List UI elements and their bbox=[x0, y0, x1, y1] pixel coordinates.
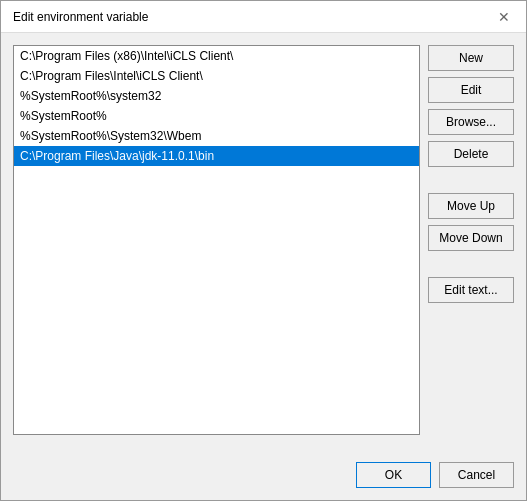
dialog-footer: OK Cancel bbox=[1, 454, 526, 500]
edit-button[interactable]: Edit bbox=[428, 77, 514, 103]
move-down-button[interactable]: Move Down bbox=[428, 225, 514, 251]
delete-button[interactable]: Delete bbox=[428, 141, 514, 167]
title-bar: Edit environment variable ✕ bbox=[1, 1, 526, 33]
spacer1 bbox=[428, 173, 514, 187]
cancel-button[interactable]: Cancel bbox=[439, 462, 514, 488]
new-button[interactable]: New bbox=[428, 45, 514, 71]
buttons-panel: New Edit Browse... Delete Move Up Move D… bbox=[428, 45, 514, 442]
edit-text-button[interactable]: Edit text... bbox=[428, 277, 514, 303]
list-item[interactable]: C:\Program Files (x86)\Intel\iCLS Client… bbox=[14, 46, 419, 66]
spacer2 bbox=[428, 257, 514, 271]
list-item[interactable]: %SystemRoot% bbox=[14, 106, 419, 126]
close-button[interactable]: ✕ bbox=[494, 7, 514, 27]
env-var-list[interactable]: C:\Program Files (x86)\Intel\iCLS Client… bbox=[13, 45, 420, 435]
list-item[interactable]: %SystemRoot%\System32\Wbem bbox=[14, 126, 419, 146]
browse-button[interactable]: Browse... bbox=[428, 109, 514, 135]
list-item[interactable]: C:\Program Files\Java\jdk-11.0.1\bin bbox=[14, 146, 419, 166]
list-item[interactable]: C:\Program Files\Intel\iCLS Client\ bbox=[14, 66, 419, 86]
move-up-button[interactable]: Move Up bbox=[428, 193, 514, 219]
list-item[interactable]: %SystemRoot%\system32 bbox=[14, 86, 419, 106]
ok-button[interactable]: OK bbox=[356, 462, 431, 488]
edit-env-var-dialog: Edit environment variable ✕ C:\Program F… bbox=[0, 0, 527, 501]
dialog-title: Edit environment variable bbox=[13, 10, 148, 24]
dialog-content: C:\Program Files (x86)\Intel\iCLS Client… bbox=[1, 33, 526, 454]
